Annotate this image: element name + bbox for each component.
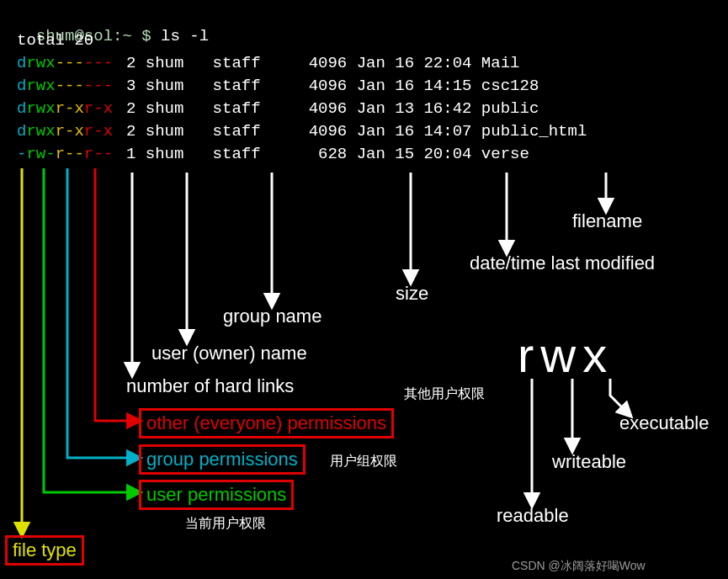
label-filename: filename bbox=[572, 210, 642, 232]
label-cn-other: 其他用户权限 bbox=[404, 385, 485, 403]
ls-row-details: 2 shum staff 4096 Jan 13 16:42 public bbox=[126, 99, 539, 118]
ls-row: drwxr-xr-x bbox=[17, 99, 113, 118]
ls-row: drwx------ bbox=[17, 54, 113, 72]
ls-row: -rw-r--r-- bbox=[17, 145, 113, 163]
ls-row: drwx------ bbox=[17, 77, 113, 95]
ls-row: drwxr-xr-x bbox=[17, 122, 113, 141]
label-size: size bbox=[396, 283, 428, 305]
label-cn-user: 当前用户权限 bbox=[185, 515, 266, 533]
label-owner: user (owner) name bbox=[151, 343, 307, 364]
rwx-writeable: writeable bbox=[552, 451, 626, 473]
command-text: ls -l bbox=[161, 27, 209, 45]
box-group-permissions: group permissions bbox=[139, 444, 306, 475]
rwx-heading: rwx bbox=[518, 327, 614, 383]
total-line: total 20 bbox=[17, 31, 93, 50]
box-file-type: file type bbox=[5, 535, 84, 566]
label-datetime: date/time last modified bbox=[470, 252, 655, 274]
ls-row-details: 3 shum staff 4096 Jan 16 14:15 csc128 bbox=[126, 77, 539, 95]
box-other-permissions: other (everyone) permissions bbox=[139, 408, 394, 438]
watermark: CSDN @冰阔落好喝Wow bbox=[512, 559, 646, 574]
rwx-executable: executable bbox=[619, 412, 709, 434]
ls-row-details: 1 shum staff 628 Jan 15 20:04 verse bbox=[126, 145, 529, 163]
rwx-readable: readable bbox=[497, 505, 569, 527]
box-user-permissions: user permissions bbox=[139, 480, 294, 510]
ls-row-details: 2 shum staff 4096 Jan 16 22:04 Mail bbox=[126, 54, 519, 72]
label-group: group name bbox=[223, 305, 321, 327]
label-cn-group: 用户组权限 bbox=[330, 453, 397, 470]
label-hardlinks: number of hard links bbox=[126, 375, 294, 397]
ls-row-details: 2 shum staff 4096 Jan 16 14:07 public_ht… bbox=[126, 122, 587, 141]
